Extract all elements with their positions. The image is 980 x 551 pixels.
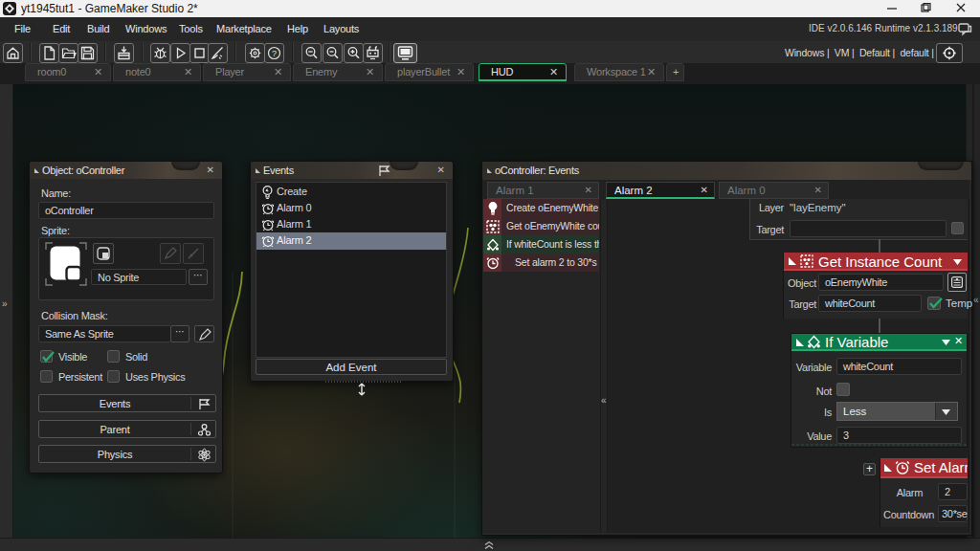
svg-text:?: ? (272, 49, 277, 58)
